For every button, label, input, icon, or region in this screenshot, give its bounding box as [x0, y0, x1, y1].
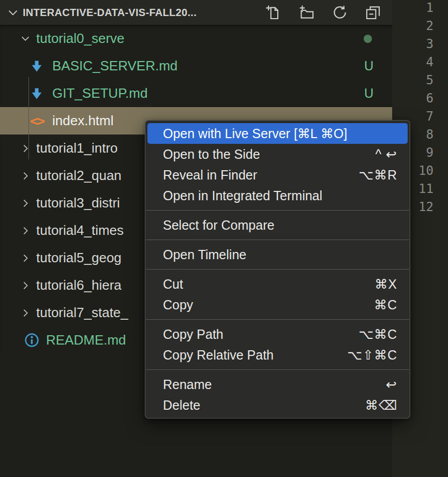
- collapse-folders-icon[interactable]: [364, 4, 382, 21]
- folder-label: tutorial6_hiera: [36, 277, 122, 293]
- line-number: 2: [419, 17, 434, 35]
- folder-label: tutorial5_geog: [36, 250, 122, 266]
- tree-item-git-setup-md[interactable]: GIT_SETUP.md U: [0, 80, 392, 107]
- line-number: 8: [419, 126, 434, 144]
- menu-item-reveal-in-finder[interactable]: Reveal in Finder ⌥⌘R: [147, 165, 408, 185]
- file-label: BASIC_SERVER.md: [52, 58, 177, 74]
- new-file-icon[interactable]: [265, 4, 282, 21]
- file-label: README.md: [46, 332, 126, 348]
- chevron-right-icon: [20, 198, 31, 209]
- chevron-right-icon: [20, 252, 31, 264]
- folder-label: tutorial4_times: [36, 222, 124, 238]
- line-number: 5: [419, 71, 434, 90]
- shortcut-label: ⌥⌘R: [359, 168, 397, 183]
- git-untracked-badge: U: [364, 52, 374, 80]
- chevron-right-icon: [20, 307, 31, 319]
- line-number: 12: [419, 198, 434, 216]
- line-number: 9: [419, 144, 434, 162]
- shortcut-label: ^ ↩: [375, 147, 397, 162]
- chevron-right-icon: [20, 280, 31, 291]
- folder-label: tutorial2_quan: [36, 168, 122, 184]
- markdown-arrow-icon: [29, 86, 44, 101]
- menu-item-delete[interactable]: Delete ⌘⌫: [147, 395, 408, 415]
- new-folder-icon[interactable]: [298, 4, 316, 21]
- menu-item-cut[interactable]: Cut ⌘X: [147, 274, 408, 294]
- context-menu: Open with Live Server [⌘L ⌘O] Open to th…: [145, 120, 410, 419]
- chevron-down-icon: [6, 6, 20, 19]
- menu-item-open-timeline[interactable]: Open Timeline: [147, 244, 408, 265]
- shortcut-label: ⌘C: [374, 297, 397, 312]
- file-label: GIT_SETUP.md: [52, 85, 147, 101]
- tree-item-tutorial0-serve[interactable]: tutorial0_serve: [0, 25, 392, 52]
- chevron-down-icon: [20, 33, 31, 44]
- folder-label: tutorial7_state_: [36, 305, 128, 321]
- menu-item-open-with-live-server[interactable]: Open with Live Server [⌘L ⌘O]: [147, 123, 408, 144]
- shortcut-label: ⌘X: [375, 277, 397, 292]
- git-untracked-badge: U: [364, 80, 374, 107]
- line-number-gutter: 1 2 3 4 5 6 7 8 9 10 11 12: [419, 0, 434, 216]
- explorer-actions: [261, 4, 392, 21]
- indent-guide: [28, 77, 29, 159]
- line-number: 6: [419, 90, 434, 108]
- shortcut-label: ⌥⇧⌘C: [347, 348, 397, 363]
- shortcut-label: ⌥⌘C: [359, 327, 397, 342]
- menu-item-copy-relative-path[interactable]: Copy Relative Path ⌥⇧⌘C: [147, 345, 408, 365]
- shortcut-label: ⌘⌫: [365, 398, 397, 413]
- explorer-section-header[interactable]: INTERACTIVE-DATA-VIS-FALL20...: [0, 0, 392, 25]
- line-number: 1: [419, 0, 434, 17]
- chevron-right-icon: [20, 143, 31, 154]
- menu-item-select-for-compare[interactable]: Select for Compare: [147, 215, 408, 235]
- menu-separator: [146, 319, 409, 320]
- line-number: 7: [419, 108, 434, 126]
- menu-separator: [146, 369, 409, 370]
- menu-separator: [146, 240, 409, 240]
- menu-item-open-in-integrated-terminal[interactable]: Open in Integrated Terminal: [147, 185, 408, 206]
- line-number: 11: [419, 180, 434, 198]
- line-number: 3: [419, 35, 434, 53]
- menu-item-copy-path[interactable]: Copy Path ⌥⌘C: [147, 324, 408, 345]
- explorer-root-title: INTERACTIVE-DATA-VIS-FALL20...: [23, 7, 261, 19]
- markdown-arrow-icon: [29, 59, 44, 73]
- shortcut-label: ↩: [386, 377, 397, 392]
- chevron-right-icon: [20, 170, 31, 182]
- html-code-icon: <>: [29, 114, 44, 128]
- menu-separator: [146, 269, 409, 270]
- menu-item-rename[interactable]: Rename ↩: [147, 374, 408, 395]
- line-number: 10: [419, 162, 434, 180]
- git-modified-dot: [364, 35, 372, 43]
- tree-item-basic-server-md[interactable]: BASIC_SERVER.md U: [0, 52, 392, 80]
- file-label: index.html: [52, 113, 114, 129]
- chevron-right-icon: [20, 225, 31, 236]
- menu-item-copy[interactable]: Copy ⌘C: [147, 294, 408, 315]
- folder-label: tutorial1_intro: [36, 140, 118, 156]
- folder-label: tutorial0_serve: [36, 31, 125, 47]
- folder-label: tutorial3_distri: [36, 195, 120, 211]
- menu-item-open-to-the-side[interactable]: Open to the Side ^ ↩: [147, 144, 408, 165]
- refresh-explorer-icon[interactable]: [331, 4, 349, 21]
- line-number: 4: [419, 53, 434, 71]
- info-icon: [23, 332, 40, 348]
- menu-separator: [146, 210, 409, 211]
